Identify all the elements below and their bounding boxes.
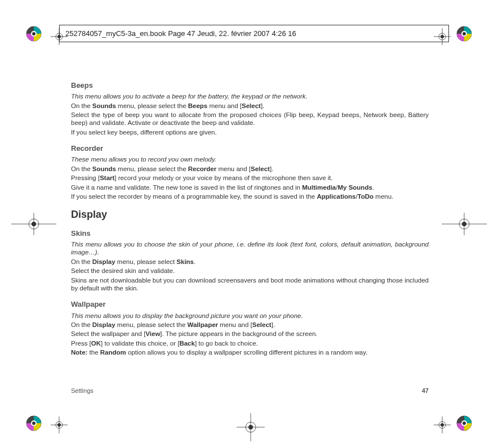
beeps-line2: Select the type of beep you want to allo… — [71, 111, 429, 127]
section-title-skins: Skins — [71, 229, 429, 238]
wallpaper-line1: On the Display menu, please select the W… — [71, 321, 429, 329]
wallpaper-line3: Press [OK] to validate this choice, or [… — [71, 339, 429, 347]
wallpaper-line2: Select the wallpaper and [View]. The pic… — [71, 330, 429, 338]
recorder-line3: Give it a name and validate. The new ton… — [71, 183, 429, 191]
svg-point-23 — [57, 423, 61, 427]
svg-point-8 — [32, 422, 35, 425]
registration-mark-tl — [26, 26, 42, 42]
page-content: Beeps This menu allows you to activate a… — [71, 73, 429, 357]
beeps-line1: On the Sounds menu, please select the Be… — [71, 102, 429, 110]
registration-mark-br — [456, 415, 472, 431]
section-title-recorder: Recorder — [71, 144, 429, 153]
page-number: 47 — [422, 387, 429, 394]
svg-point-27 — [441, 423, 444, 427]
recorder-line2: Pressing [Start] record your melody or y… — [71, 174, 429, 182]
registration-mark-bl — [26, 415, 42, 431]
svg-point-39 — [248, 425, 253, 429]
section-title-display: Display — [71, 208, 429, 221]
registration-mark-tr — [456, 26, 472, 42]
svg-point-35 — [462, 222, 466, 226]
crosshair-icon — [51, 416, 68, 433]
skins-intro: This menu allows you to choose the skin … — [71, 240, 429, 257]
svg-point-11 — [463, 422, 466, 425]
beeps-line3: If you select key beeps, different optio… — [71, 128, 429, 136]
skins-line3: Skins are not downloadable but you can d… — [71, 276, 429, 293]
recorder-line1: On the Sounds menu, please select the Re… — [71, 165, 429, 173]
skins-line1: On the Display menu, please select Skins… — [71, 258, 429, 266]
header-text: 252784057_myC5-3a_en.book Page 47 Jeudi,… — [65, 29, 296, 38]
wallpaper-line4: Note: the Random option allows you to di… — [71, 348, 429, 356]
page-footer: Settings 47 — [71, 387, 429, 394]
section-title-beeps: Beeps — [71, 81, 429, 90]
wallpaper-intro: This menu allows you to display the back… — [71, 312, 429, 320]
page-header: 252784057_myC5-3a_en.book Page 47 Jeudi,… — [59, 25, 449, 42]
svg-point-2 — [32, 32, 35, 35]
recorder-intro: These menu allows you to record you own … — [71, 155, 429, 163]
crosshair-icon — [442, 213, 487, 235]
crosshair-icon — [434, 416, 451, 433]
svg-point-31 — [32, 222, 36, 226]
footer-label: Settings — [71, 387, 94, 394]
skins-line2: Select the desired skin and validate. — [71, 267, 429, 275]
recorder-line4: If you select the recorder by means of a… — [71, 192, 429, 200]
crosshair-icon — [11, 213, 56, 235]
beeps-intro: This menu allows you to activate a beep … — [71, 92, 429, 100]
svg-point-5 — [463, 32, 466, 35]
section-title-wallpaper: Wallpaper — [71, 300, 429, 309]
crosshair-icon — [237, 413, 265, 441]
